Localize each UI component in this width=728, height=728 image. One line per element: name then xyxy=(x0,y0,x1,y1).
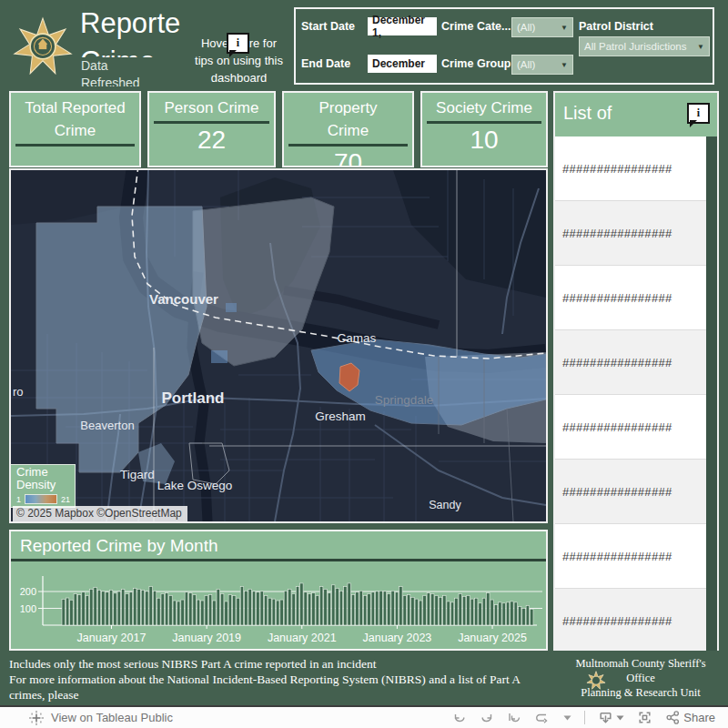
crime-bar[interactable] xyxy=(379,591,383,625)
crime-bar[interactable] xyxy=(217,589,220,625)
crime-bar[interactable] xyxy=(530,609,533,625)
crime-bar[interactable] xyxy=(383,592,387,625)
refresh-button[interactable] xyxy=(534,711,551,725)
crime-bar[interactable] xyxy=(109,590,113,625)
crime-bar[interactable] xyxy=(427,593,430,625)
crime-bar[interactable] xyxy=(117,592,121,625)
crime-bar[interactable] xyxy=(407,595,410,625)
crime-bar[interactable] xyxy=(450,602,454,625)
crime-group-dropdown[interactable]: (All) ▼ xyxy=(511,55,573,75)
crime-bar[interactable] xyxy=(502,603,506,625)
crime-bar[interactable] xyxy=(245,591,248,625)
crime-bar[interactable] xyxy=(208,595,212,625)
crime-bar[interactable] xyxy=(482,598,486,625)
crime-bar[interactable] xyxy=(126,594,129,625)
crime-bar[interactable] xyxy=(177,602,180,625)
crime-bar[interactable] xyxy=(62,599,66,625)
crime-bar[interactable] xyxy=(522,608,526,625)
patrol-district-dropdown[interactable]: All Patrol Jurisdictions ▼ xyxy=(579,36,710,56)
crime-category-dropdown[interactable]: (All) ▼ xyxy=(511,17,573,37)
crime-bar[interactable] xyxy=(356,592,359,625)
end-date-input[interactable]: December xyxy=(368,55,437,73)
crime-bar[interactable] xyxy=(146,592,149,625)
crime-bar[interactable] xyxy=(181,600,185,625)
crime-bar[interactable] xyxy=(185,592,188,625)
crime-bar[interactable] xyxy=(447,602,450,625)
crime-bar[interactable] xyxy=(351,595,355,625)
crime-bar[interactable] xyxy=(129,592,133,625)
crime-bar[interactable] xyxy=(328,593,331,625)
crime-bar[interactable] xyxy=(201,601,205,625)
crime-bar[interactable] xyxy=(114,593,116,625)
crime-bar[interactable] xyxy=(455,598,459,625)
crime-bar[interactable] xyxy=(268,598,272,625)
crime-bar[interactable] xyxy=(86,595,89,625)
crime-bar[interactable] xyxy=(153,591,157,625)
list-item[interactable]: ################ xyxy=(555,524,706,589)
download-button[interactable] xyxy=(598,710,624,725)
crime-bar[interactable] xyxy=(368,594,371,625)
crime-bar[interactable] xyxy=(308,594,311,625)
list-item[interactable]: ################ xyxy=(555,589,706,653)
crime-bar[interactable] xyxy=(312,593,316,625)
crime-bar[interactable] xyxy=(395,592,399,625)
crime-density-map[interactable]: Vancouver Camas Portland Gresham Beavert… xyxy=(9,168,548,523)
crime-bar[interactable] xyxy=(161,594,165,625)
list-item[interactable]: ################ xyxy=(555,201,706,266)
tooltip-info-icon[interactable]: i xyxy=(227,33,249,54)
undo-button[interactable] xyxy=(452,711,467,725)
redo-button[interactable] xyxy=(480,711,494,725)
crime-bar[interactable] xyxy=(443,595,447,625)
view-on-tableau-public-link[interactable]: View on Tableau Public xyxy=(51,711,173,724)
crime-bar[interactable] xyxy=(272,599,276,625)
crime-bar[interactable] xyxy=(459,594,462,625)
crime-bar[interactable] xyxy=(66,598,69,625)
crime-bar[interactable] xyxy=(316,595,319,625)
crime-bar[interactable] xyxy=(419,601,422,625)
share-button[interactable]: Share xyxy=(665,710,715,725)
crime-bar[interactable] xyxy=(348,583,351,625)
crime-bar[interactable] xyxy=(423,595,427,625)
crime-bar[interactable] xyxy=(189,593,193,625)
crime-bar[interactable] xyxy=(506,602,510,625)
crime-bar[interactable] xyxy=(280,600,284,625)
list-item[interactable]: ################ xyxy=(555,330,706,395)
refresh-caret-icon[interactable] xyxy=(563,715,571,721)
crime-bar[interactable] xyxy=(205,595,208,625)
crime-bar[interactable] xyxy=(336,588,339,625)
crime-bar[interactable] xyxy=(264,595,268,625)
crime-bar[interactable] xyxy=(490,600,494,625)
crime-bar[interactable] xyxy=(494,605,498,625)
start-date-input[interactable]: December 1, xyxy=(368,17,437,35)
crime-bar[interactable] xyxy=(94,588,97,625)
list-item[interactable]: ################ xyxy=(555,266,706,330)
crime-bar[interactable] xyxy=(121,589,125,625)
tooltip-info-icon[interactable]: i xyxy=(687,103,710,124)
crime-bar[interactable] xyxy=(292,594,296,625)
crime-bar[interactable] xyxy=(462,596,466,625)
fullscreen-button[interactable] xyxy=(637,710,652,725)
crime-bar[interactable] xyxy=(467,595,470,625)
crime-bar[interactable] xyxy=(435,595,439,625)
crime-bar[interactable] xyxy=(324,589,328,625)
crime-bar[interactable] xyxy=(304,592,308,625)
crime-bar[interactable] xyxy=(526,606,530,625)
crime-bar[interactable] xyxy=(284,591,288,625)
crime-bar[interactable] xyxy=(288,589,292,625)
crime-bar[interactable] xyxy=(74,594,77,625)
crime-bar[interactable] xyxy=(514,602,518,625)
crime-bar[interactable] xyxy=(228,595,232,625)
crime-bar[interactable] xyxy=(470,599,474,625)
crime-bar[interactable] xyxy=(141,590,145,625)
crime-bar[interactable] xyxy=(157,598,161,625)
crime-bar[interactable] xyxy=(260,592,264,625)
crime-bar[interactable] xyxy=(388,594,391,625)
crime-bar[interactable] xyxy=(511,602,514,625)
crime-bar[interactable] xyxy=(77,595,81,625)
crime-bar[interactable] xyxy=(319,587,323,625)
crime-bar[interactable] xyxy=(371,592,375,625)
crime-bar[interactable] xyxy=(300,583,304,625)
crime-bar[interactable] xyxy=(82,592,86,625)
crime-bar[interactable] xyxy=(232,595,235,625)
crime-bar[interactable] xyxy=(518,606,521,625)
